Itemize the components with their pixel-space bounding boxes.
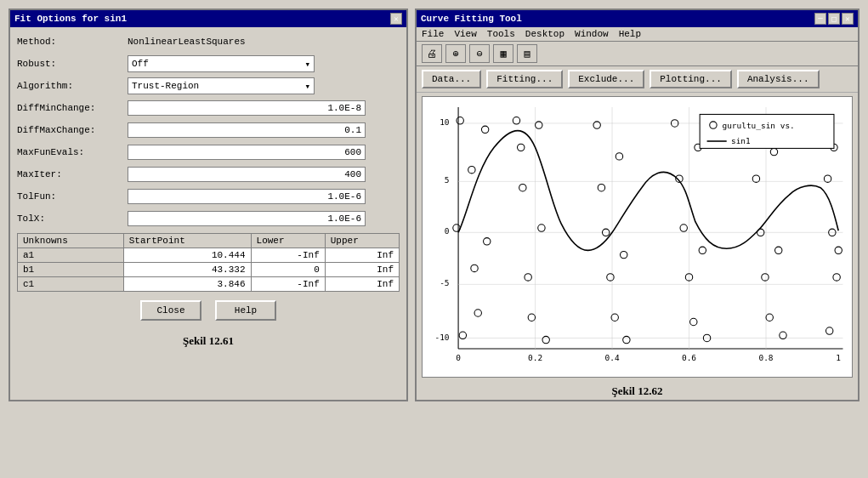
table-cell[interactable]: -Inf	[251, 277, 325, 292]
tolx-label: TolX:	[17, 213, 128, 224]
svg-point-31	[518, 144, 525, 151]
svg-point-50	[690, 318, 697, 325]
col-startpoint: StartPoint	[123, 234, 251, 248]
algorithm-dropdown[interactable]: Trust-Region ▾	[128, 77, 315, 94]
menu-window[interactable]: Window	[575, 29, 609, 39]
table-cell[interactable]: Inf	[325, 248, 399, 263]
data-button[interactable]: Data...	[422, 70, 481, 88]
method-row: Method: NonlinearLeastSquares	[17, 32, 400, 51]
table-cell[interactable]: 3.846	[123, 277, 251, 292]
diffmaxchange-row: DiffMaxChange:	[17, 121, 400, 139]
algorithm-value: Trust-Region	[132, 81, 199, 91]
col-unknowns: Unknowns	[18, 234, 124, 248]
svg-point-28	[481, 126, 488, 133]
algorithm-label: Algorithm:	[17, 81, 128, 91]
robust-label: Robust:	[17, 59, 128, 69]
fit-options-window: Fit Options for sin1 ✕ Method: Nonlinear…	[9, 9, 408, 401]
close-icon[interactable]: ✕	[390, 13, 402, 25]
plot-svg: 10 5 0 -5 -10 0 0.2 0.4 0.6 0.8 1	[423, 97, 852, 377]
close-window-icon[interactable]: ✕	[842, 13, 854, 25]
algorithm-row: Algorithm: Trust-Region ▾	[17, 77, 400, 95]
svg-point-48	[680, 225, 687, 231]
svg-text:10: 10	[440, 117, 450, 127]
table-cell: b1	[18, 263, 124, 277]
print-icon[interactable]: 🖨	[422, 44, 442, 63]
tolfun-label: TolFun:	[17, 191, 128, 202]
svg-point-38	[593, 122, 600, 128]
exclude-button[interactable]: Exclude...	[568, 70, 644, 88]
diffmaxchange-label: DiffMaxChange:	[17, 125, 128, 135]
maxiter-input[interactable]	[128, 167, 366, 182]
svg-point-33	[525, 274, 531, 281]
menu-tools[interactable]: Tools	[487, 29, 515, 39]
table-row: b143.3320Inf	[18, 263, 400, 277]
zoom-in-icon[interactable]: ⊕	[445, 44, 466, 63]
tolfun-row: TolFun:	[17, 187, 400, 206]
diffminchange-input[interactable]	[128, 100, 366, 116]
curve-fitting-titlebar: Curve Fitting Tool ─ □ ✕	[417, 10, 858, 27]
table-cell[interactable]: -Inf	[251, 248, 325, 263]
svg-point-60	[775, 247, 782, 253]
svg-rect-69	[700, 114, 834, 148]
maximize-icon[interactable]: □	[828, 13, 840, 25]
maxfunevals-row: MaxFunEvals:	[17, 143, 400, 162]
method-value: NonlinearLeastSquares	[128, 37, 400, 47]
curve-fitting-window: Curve Fitting Tool ─ □ ✕ File View Tools…	[415, 9, 859, 401]
menu-file[interactable]: File	[422, 29, 444, 39]
svg-text:0: 0	[456, 353, 461, 362]
svg-point-39	[598, 184, 604, 191]
fit-options-titlebar: Fit Options for sin1 ✕	[10, 10, 406, 27]
titlebar-buttons: ✕	[390, 13, 402, 25]
table-cell[interactable]: Inf	[325, 277, 399, 292]
plotting-button[interactable]: Plotting...	[650, 70, 732, 88]
svg-point-58	[766, 314, 773, 321]
menu-help[interactable]: Help	[619, 29, 641, 39]
dropdown-arrow-icon: ▾	[304, 59, 310, 70]
diffmaxchange-input[interactable]	[128, 122, 366, 138]
svg-text:5: 5	[445, 175, 450, 185]
svg-point-52	[699, 247, 706, 253]
minimize-icon[interactable]: ─	[814, 13, 826, 25]
analysis-button[interactable]: Analysis...	[737, 70, 820, 88]
tolx-input[interactable]	[128, 211, 366, 226]
zoom-out-icon[interactable]: ⊖	[469, 44, 490, 63]
tolfun-input[interactable]	[128, 189, 366, 204]
maxiter-label: MaxIter:	[17, 169, 128, 179]
table-cell[interactable]: 10.444	[123, 248, 251, 263]
robust-row: Robust: Off ▾	[17, 54, 400, 73]
robust-value: Off	[132, 59, 149, 69]
col-upper: Upper	[325, 234, 399, 248]
grid2-icon[interactable]: ▤	[517, 44, 537, 63]
svg-point-68	[835, 247, 842, 253]
close-button[interactable]: Close	[140, 300, 201, 321]
table-cell[interactable]: Inf	[325, 263, 399, 277]
svg-text:0.2: 0.2	[528, 353, 542, 362]
svg-point-36	[538, 225, 545, 231]
svg-text:0.6: 0.6	[682, 353, 696, 362]
toolbar: 🖨 ⊕ ⊖ ▦ ▤	[417, 42, 858, 66]
svg-text:0.4: 0.4	[605, 353, 620, 362]
action-buttons: Data... Fitting... Exclude... Plotting..…	[417, 66, 858, 93]
table-cell[interactable]: 0	[251, 263, 325, 277]
svg-point-57	[762, 274, 769, 281]
table-cell[interactable]: 43.332	[123, 263, 251, 277]
table-row: c13.846-InfInf	[18, 277, 400, 292]
curve-titlebar-buttons: ─ □ ✕	[814, 13, 854, 25]
menubar: File View Tools Desktop Window Help	[417, 27, 858, 42]
robust-dropdown[interactable]: Off ▾	[128, 55, 315, 72]
menu-desktop[interactable]: Desktop	[525, 29, 564, 39]
maxfunevals-input[interactable]	[128, 145, 366, 160]
svg-text:1: 1	[836, 353, 841, 362]
help-button[interactable]: Help	[215, 300, 276, 321]
menu-view[interactable]: View	[454, 29, 476, 39]
fitting-button[interactable]: Fitting...	[486, 70, 563, 88]
svg-point-25	[468, 166, 475, 173]
table-cell: c1	[18, 277, 124, 292]
maxfunevals-label: MaxFunEvals:	[17, 147, 128, 157]
maxiter-row: MaxIter:	[17, 165, 400, 184]
col-lower: Lower	[251, 234, 325, 248]
svg-point-43	[616, 153, 622, 160]
plot-area: 10 5 0 -5 -10 0 0.2 0.4 0.6 0.8 1	[422, 96, 853, 378]
grid1-icon[interactable]: ▦	[493, 44, 513, 63]
method-label: Method:	[17, 37, 128, 47]
